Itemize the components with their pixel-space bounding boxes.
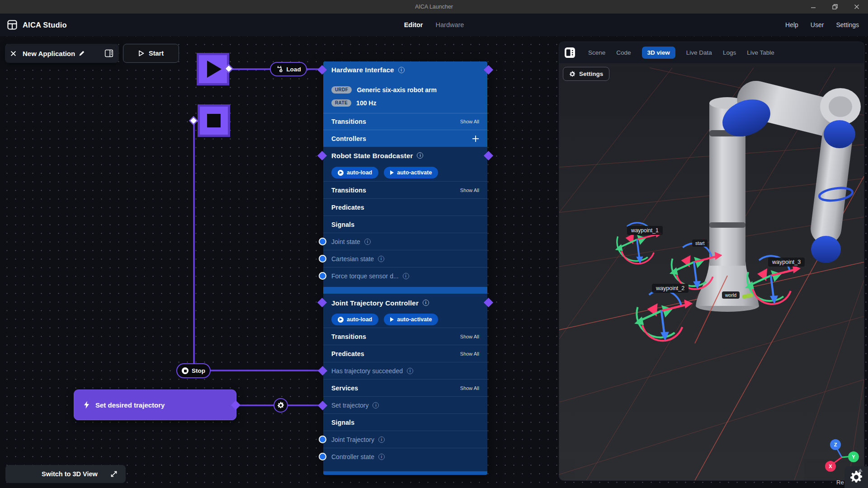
add-controller-icon[interactable]	[472, 135, 479, 142]
waypoint-3-marker[interactable]: waypoint_3	[768, 258, 805, 267]
urdf-param-row: URDF Generic six-axis robot arm	[323, 84, 487, 96]
3d-viewport[interactable]: Settings	[559, 63, 864, 480]
lightning-icon	[83, 401, 90, 409]
rate-value: 100 Hz	[356, 99, 376, 107]
clipped-text: Re	[836, 479, 844, 486]
controller-transitions-row: Transitions Show All	[323, 328, 487, 345]
signals-label: Signals	[331, 419, 354, 426]
waypoint-2-marker[interactable]: waypoint_2	[652, 284, 689, 293]
auto-load-button[interactable]: auto-load	[331, 314, 378, 325]
service-label: Set trajectory	[331, 402, 368, 409]
info-icon[interactable]	[378, 256, 384, 262]
tab-code[interactable]: Code	[616, 49, 631, 56]
switch-view-label: Switch to 3D View	[42, 470, 98, 478]
info-icon[interactable]	[417, 152, 423, 159]
viewport-settings-label: Settings	[579, 70, 603, 77]
signal-output-port[interactable]	[319, 453, 326, 460]
signal-output-port[interactable]	[319, 436, 326, 443]
panel-collapse-icon[interactable]	[564, 47, 576, 58]
info-icon[interactable]	[378, 454, 385, 460]
predicates-label: Predicates	[331, 350, 364, 357]
signal-row: Cartesian state	[323, 250, 487, 267]
signal-output-port[interactable]	[319, 238, 326, 245]
os-titlebar: AICA Launcher	[0, 0, 868, 14]
info-icon[interactable]	[398, 67, 405, 73]
service-call-node[interactable]	[274, 398, 288, 413]
signal-row: Controller state	[323, 448, 487, 465]
signal-label: Controller state	[331, 453, 374, 460]
app-header: AICA Studio Editor Hardware Help User Se…	[0, 14, 868, 36]
tab-3d-view[interactable]: 3D view	[642, 47, 675, 59]
viewport-settings-button[interactable]: Settings	[563, 67, 609, 81]
switch-to-3d-view-button[interactable]: Switch to 3D View	[5, 465, 126, 483]
auto-load-button[interactable]: auto-load	[331, 167, 378, 178]
tab-logs[interactable]: Logs	[723, 49, 736, 56]
info-icon[interactable]	[378, 436, 385, 443]
hardware-interface-header[interactable]: Hardware Interface	[323, 61, 487, 78]
start-marker[interactable]: start	[692, 239, 708, 247]
card-bottom-strip	[323, 471, 487, 475]
set-desired-trajectory-node[interactable]: Set desired trajectory	[74, 389, 236, 420]
stop-circle-icon	[182, 367, 189, 374]
show-all-link[interactable]: Show All	[460, 188, 479, 193]
services-label: Services	[331, 385, 358, 392]
signal-label: Cartesian state	[331, 255, 374, 263]
controller-buttons-row: auto-load auto-activate	[323, 312, 487, 327]
main-nav: Editor Hardware	[0, 21, 868, 28]
signal-output-port[interactable]	[319, 272, 326, 280]
play-circle-icon	[338, 170, 344, 176]
predicate-row: Has trajectory succeeded	[323, 362, 487, 379]
tab-hardware[interactable]: Hardware	[436, 21, 464, 28]
play-node-icon	[199, 55, 227, 83]
signal-output-port[interactable]	[319, 255, 326, 263]
joint-trajectory-controller-section: Joint Trajectory Controller auto-load au…	[323, 294, 487, 471]
urdf-badge: URDF	[331, 86, 352, 94]
controller-header[interactable]: Joint Trajectory Controller	[323, 294, 487, 312]
start-button[interactable]: Start	[123, 44, 179, 63]
auto-activate-button[interactable]: auto-activate	[384, 314, 438, 325]
edit-pencil-icon[interactable]	[79, 50, 85, 56]
tab-editor[interactable]: Editor	[404, 21, 423, 28]
info-icon[interactable]	[373, 402, 379, 408]
close-application-icon[interactable]	[10, 51, 16, 56]
broadcaster-header[interactable]: Robot State Broadcaster	[323, 147, 487, 164]
show-all-link[interactable]: Show All	[460, 351, 479, 357]
show-all-link[interactable]: Show All	[460, 334, 479, 339]
auto-load-label: auto-load	[347, 169, 372, 176]
minimize-icon[interactable]	[808, 2, 818, 12]
signal-row: Joint state	[323, 233, 487, 250]
stop-node-label: Stop	[192, 367, 205, 374]
info-icon[interactable]	[403, 273, 409, 279]
on-stop-node[interactable]	[198, 104, 230, 137]
tab-live-table[interactable]: Live Table	[747, 49, 774, 56]
gear-icon	[569, 71, 576, 77]
waypoint-1-marker[interactable]: waypoint_1	[627, 226, 663, 235]
controller-signals-row: Signals	[323, 413, 487, 431]
panel-toggle-icon[interactable]	[104, 49, 113, 58]
controller-title: Joint Trajectory Controller	[331, 299, 419, 307]
transitions-label: Transitions	[331, 118, 366, 125]
load-event-node[interactable]: Load	[270, 62, 307, 76]
show-all-link[interactable]: Show All	[460, 119, 479, 124]
window-title: AICA Launcher	[415, 4, 453, 10]
hw-controllers-row: Controllers	[323, 130, 487, 147]
show-all-link[interactable]: Show All	[460, 385, 479, 391]
restore-icon[interactable]	[830, 2, 840, 12]
global-settings-button[interactable]	[844, 466, 868, 488]
info-icon[interactable]	[423, 300, 429, 306]
stop-node-input-port[interactable]	[189, 116, 198, 125]
close-window-icon[interactable]	[852, 2, 862, 12]
tab-live-data[interactable]: Live Data	[686, 49, 712, 56]
info-icon[interactable]	[364, 239, 371, 245]
info-icon[interactable]	[407, 368, 413, 374]
load-node-label: Load	[286, 66, 301, 73]
stop-event-node[interactable]: Stop	[176, 363, 211, 378]
auto-activate-button[interactable]: auto-activate	[384, 167, 438, 178]
signal-label: Joint state	[331, 238, 360, 245]
signal-row: Force torque sensor d...	[323, 267, 487, 284]
application-title: New Application	[23, 50, 75, 57]
play-icon	[390, 317, 394, 322]
card-divider	[323, 287, 487, 294]
world-marker[interactable]: world	[722, 291, 740, 299]
tab-scene[interactable]: Scene	[588, 49, 605, 56]
